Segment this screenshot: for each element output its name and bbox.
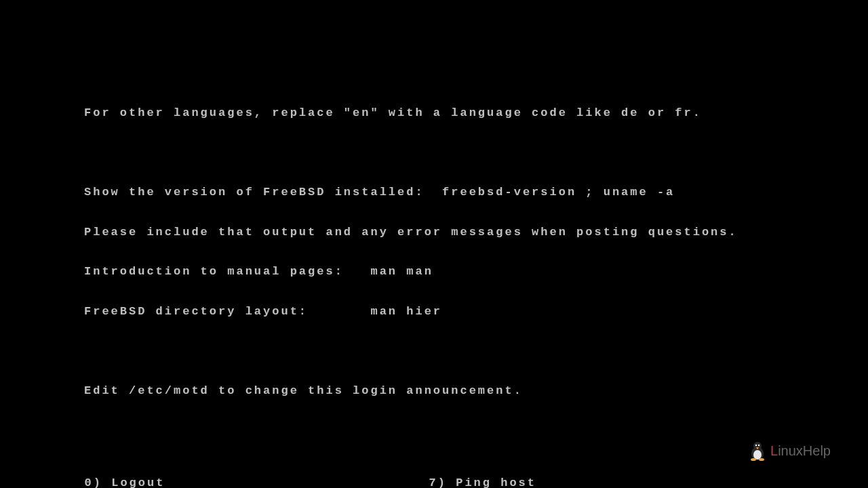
header-line-freebsd-version: Show the version of FreeBSD installed: f… — [84, 186, 738, 199]
blank-line — [84, 344, 738, 358]
penguin-icon — [747, 441, 768, 461]
watermark-text: LinuxHelp — [770, 443, 831, 459]
header-line-languages: For other languages, replace "en" with a… — [84, 106, 738, 120]
svg-point-3 — [755, 445, 757, 446]
header-line-motd: Edit /etc/motd to change this login anno… — [84, 384, 738, 398]
svg-point-4 — [758, 445, 760, 446]
watermark: LinuxHelp — [747, 441, 831, 461]
blank-line — [84, 424, 738, 437]
svg-point-6 — [759, 458, 764, 461]
terminal-output: For other languages, replace "en" with a… — [84, 80, 738, 488]
header-line-include-output: Please include that output and any error… — [84, 226, 738, 239]
svg-point-1 — [753, 450, 762, 460]
header-line-man-hier: FreeBSD directory layout: man hier — [84, 305, 738, 319]
menu-row-0: 0) Logout 7) Ping host — [84, 476, 738, 488]
blank-line — [84, 146, 738, 160]
header-line-man-man: Introduction to manual pages: man man — [84, 265, 738, 279]
svg-point-5 — [751, 458, 756, 461]
